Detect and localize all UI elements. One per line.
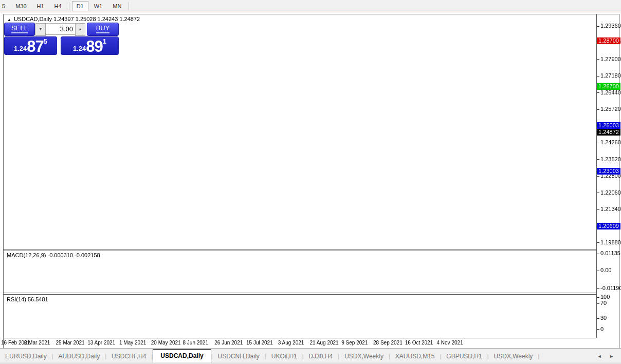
rsi-tick-mark [597, 297, 599, 298]
chevron-up-icon: ▲ [79, 27, 82, 31]
tab-separator: | [538, 353, 539, 363]
price-tick-mark [597, 143, 599, 143]
tab-usdcnh-daily[interactable]: USDCNH,Daily [213, 350, 265, 363]
timeframe-button-h1[interactable]: H1 [32, 1, 49, 11]
buy-button[interactable]: BUY [87, 23, 119, 36]
toolbar-separator [69, 2, 69, 10]
price-badge: 1.25003 [597, 122, 620, 129]
tab-ukoil-h1[interactable]: UKOil,H1 [266, 350, 302, 363]
price-tick-mark [597, 193, 599, 193]
price-badge: 1.24872 [597, 129, 620, 136]
price-tick-mark [597, 92, 599, 93]
volume-stepper: ▼ 3.00 ▲ [35, 23, 85, 35]
main-pane-bottom-border [4, 250, 596, 250]
date-tick-label: 25 Mar 2021 [56, 340, 85, 346]
price-tick-label: 1.24260 [600, 139, 621, 145]
sell-button[interactable]: SELL [4, 23, 35, 36]
tab-dj30-h4[interactable]: DJ30,H4 [304, 350, 338, 363]
macd-indicator-label: MACD(12,26,9) -0.000310 -0.002158 [7, 252, 100, 258]
date-tick-label: 28 Sep 2021 [373, 340, 403, 346]
tab-scroll-buttons[interactable]: ◄ ► [597, 354, 617, 363]
date-tick-label: 8 Jun 2021 [183, 340, 209, 346]
timeframe-toolbar: 5M30H1H4D1W1MN [0, 0, 621, 12]
date-tick-label: 3 Aug 2021 [278, 340, 304, 346]
date-tick-label: 20 May 2021 [151, 340, 181, 346]
rsi-pane-top-border [4, 294, 596, 295]
chevron-down-icon: ▼ [39, 27, 43, 31]
date-tick-label: 4 Nov 2021 [437, 340, 463, 346]
chart-window-frame [3, 14, 619, 349]
price-tick-mark [597, 209, 599, 210]
macd-tick-label: 0.01135 [600, 250, 620, 256]
tab-usdcad-daily[interactable]: USDCAD,Daily [153, 349, 211, 363]
symbol-tab-bar: EURUSD,Daily|AUDUSD,Daily|USDCHF,H4|USDC… [0, 348, 621, 363]
price-badge: 1.20609 [597, 223, 620, 229]
price-tick-label: 1.27900 [600, 56, 621, 62]
price-tick-mark [597, 76, 599, 76]
tab-usdx-weekly[interactable]: USDX,Weekly [489, 350, 538, 363]
rsi-tick-label: 70 [600, 300, 607, 306]
price-tick-label: 1.22060 [600, 189, 621, 196]
price-tick-label: 1.29360 [600, 23, 621, 29]
date-tick-label: 26 Jun 2021 [214, 340, 243, 346]
tab-xauusd-m15[interactable]: XAUUSD,M15 [390, 350, 440, 363]
timeframe-button-w1[interactable]: W1 [89, 1, 107, 11]
price-badge: 1.23003 [597, 168, 620, 175]
collapse-icon[interactable]: ▲ [7, 17, 11, 22]
tab-eurusd-daily[interactable]: EURUSD,Daily [0, 350, 52, 363]
timeframe-button-mn[interactable]: MN [108, 1, 126, 11]
one-click-trade-panel: SELL ▼ 3.00 ▲ BUY 1.24875 1.24891 [4, 23, 118, 53]
macd-tick-mark [597, 254, 599, 254]
price-tick-mark [597, 59, 599, 60]
tab-audusd-daily[interactable]: AUDUSD,Daily [53, 350, 105, 363]
date-tick-label: 16 Oct 2021 [405, 340, 433, 346]
macd-tick-mark [597, 271, 599, 271]
rsi-indicator-label: RSI(14) 56.5481 [7, 296, 48, 302]
price-tick-mark [597, 109, 599, 110]
price-tick-mark [597, 159, 599, 160]
volume-input[interactable]: 3.00 [46, 23, 75, 35]
macd-tick-mark [597, 288, 599, 289]
date-tick-label: 21 Aug 2021 [310, 340, 339, 346]
timeframe-button-5[interactable]: 5 [1, 1, 10, 11]
timeframe-button-m30[interactable]: M30 [11, 1, 31, 11]
price-tick-label: 1.19880 [600, 239, 621, 245]
timeframe-button-h4[interactable]: H4 [50, 1, 66, 11]
tab-usdchf-h4[interactable]: USDCHF,H4 [106, 350, 151, 363]
trading-platform-window: 5M30H1H4D1W1MN ▲USDCAD,Daily 1.24397 1.2… [0, 0, 621, 364]
buy-price-display[interactable]: 1.24891 [61, 36, 119, 55]
date-tick-label: 1 May 2021 [119, 340, 146, 346]
price-badge: 1.26700 [597, 83, 620, 90]
tab-usdx-weekly[interactable]: USDX,Weekly [339, 350, 389, 363]
rsi-tick-label: 30 [600, 315, 607, 321]
date-tick-label: 13 Apr 2021 [87, 340, 115, 346]
macd-tick-label: 0.00 [600, 267, 611, 273]
price-tick-mark [597, 176, 599, 177]
price-tick-mark [597, 242, 599, 243]
price-tick-label: 1.25720 [600, 106, 621, 112]
price-badge: 1.28700 [597, 37, 620, 44]
price-tick-label: 1.27180 [600, 72, 621, 79]
toolbar-separator [129, 2, 129, 10]
rsi-tick-mark [597, 318, 599, 319]
chart-title: ▲USDCAD,Daily 1.24397 1.25028 1.24243 1.… [7, 16, 140, 23]
macd-pane-top-border [4, 251, 596, 251]
tab-gbpusd-h1[interactable]: GBPUSD,H1 [441, 350, 487, 363]
macd-tick-label: -0.01190 [600, 285, 621, 291]
rsi-tick-mark [597, 329, 599, 330]
rsi-tick-label: 0 [600, 326, 604, 332]
date-tick-label: 6 Mar 2021 [24, 340, 50, 346]
sell-price-display[interactable]: 1.24875 [4, 36, 57, 55]
price-tick-label: 1.23520 [600, 156, 621, 162]
macd-pane-bottom-border [4, 293, 596, 293]
price-tick-label: 1.26440 [600, 89, 621, 95]
chart-title-text: USDCAD,Daily 1.24397 1.25028 1.24243 1.2… [14, 16, 140, 22]
rsi-tick-label: 100 [600, 294, 610, 300]
volume-increase-button[interactable]: ▲ [75, 23, 85, 36]
date-tick-label: 9 Sep 2021 [341, 340, 368, 346]
timeframe-button-d1[interactable]: D1 [72, 1, 88, 11]
volume-decrease-button[interactable]: ▼ [35, 23, 46, 36]
rsi-tick-mark [597, 303, 599, 304]
price-tick-mark [597, 26, 599, 27]
rsi-pane-bottom-border [4, 338, 596, 338]
